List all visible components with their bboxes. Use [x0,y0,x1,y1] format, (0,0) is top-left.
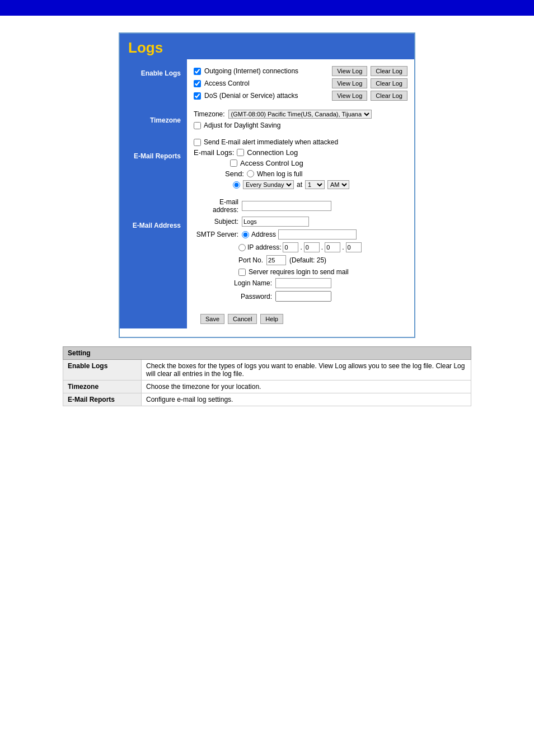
log-row-access: Access Control View Log Clear Log [194,78,407,88]
port-label: Port No. [238,256,263,264]
port-input[interactable] [266,255,286,265]
send-alert-checkbox[interactable] [194,139,201,146]
clear-log-btn-1[interactable]: Clear Log [371,78,407,88]
send-alert-label: Send E-mail alert immediately when attac… [204,138,338,146]
sidebar: Enable Logs Timezone E-Mail Reports E-Ma… [120,59,187,328]
email-addr-label: E-mail address: [194,198,238,214]
password-row: Password: [194,291,407,302]
cancel-button[interactable]: Cancel [228,314,257,324]
address-radio[interactable] [242,231,249,238]
panel-title: Logs [120,34,414,59]
subject-label: Subject: [194,218,238,226]
ip-addr-row: IP address: . . . [194,242,407,252]
login-name-input[interactable] [275,278,331,288]
email-reports-section: Send E-mail alert immediately when attac… [194,136,407,189]
save-button[interactable]: Save [200,314,224,324]
send-every-sunday-row: Every Sunday at 1 123456789101112 AM PM [194,180,407,189]
at-label: at [297,181,302,189]
ref-desc-0: Check the boxes for the types of logs yo… [142,360,471,381]
subject-row: Subject: [194,217,407,227]
timezone-select[interactable]: (GMT-08:00) Pacific Time(US, Canada), Ti… [228,110,372,119]
main-panel: Logs Enable Logs Timezone E-Mail Reports… [119,32,415,338]
email-logs-label: E-mail Logs: [194,148,234,157]
ref-row-0: Enable Logs Check the boxes for the type… [63,360,471,381]
subject-input[interactable] [242,217,309,227]
daylight-checkbox[interactable] [194,122,201,129]
ref-label-0: Enable Logs [63,360,142,381]
ip-input-3[interactable] [325,242,340,252]
connection-log-label: Connection Log [247,148,298,157]
dos-checkbox[interactable] [194,92,201,100]
timezone-section: Timezone: (GMT-08:00) Pacific Time(US, C… [194,107,407,129]
sidebar-email-address: E-Mail Address [123,217,184,234]
ip-input-1[interactable] [283,242,298,252]
password-label: Password: [227,293,272,300]
server-login-row: Server requires login to send mail [194,268,407,276]
enable-logs-section: Outgoing (Internet) connections View Log… [194,64,407,101]
port-row: Port No. (Default: 25) [194,255,407,265]
sidebar-email-reports: E-Mail Reports [123,148,184,165]
server-login-label: Server requires login to send mail [249,268,349,276]
sidebar-timezone: Timezone [123,112,184,129]
log-row-dos: DoS (Denial or Service) attacks View Log… [194,91,407,101]
view-log-btn-1[interactable]: View Log [332,78,367,88]
ip-input-4[interactable] [346,242,362,252]
access-control-log-row: Access Control Log [194,159,407,167]
panel-body: Enable Logs Timezone E-Mail Reports E-Ma… [120,59,414,328]
bottom-buttons: Save Cancel Help [194,308,407,324]
ip-radio-label: IP address: [247,243,281,251]
email-logs-row: E-mail Logs: Connection Log [194,148,407,157]
smtp-label: SMTP Server: [194,231,238,238]
login-name-label: Login Name: [227,279,272,287]
connection-log-checkbox[interactable] [237,149,244,156]
schedule-select[interactable]: Every Sunday [243,180,294,189]
content-area: Outgoing (Internet) connections View Log… [187,59,414,328]
ref-desc-1: Choose the timezone for your location. [142,381,471,393]
send-label: Send: [225,170,244,178]
login-name-row: Login Name: [194,278,407,288]
view-log-btn-2[interactable]: View Log [332,91,367,101]
email-addr-input[interactable] [242,201,331,211]
ref-table-header: Setting [63,347,471,360]
when-full-radio[interactable] [247,170,254,177]
ampm-select[interactable]: AM PM [327,180,349,189]
clear-log-btn-2[interactable]: Clear Log [371,91,407,101]
port-default: (Default: 25) [289,256,326,264]
outgoing-checkbox[interactable] [194,68,201,75]
send-when-full-row: Send: When log is full [194,170,407,178]
timezone-label: Timezone: [194,110,225,118]
email-addr-row: E-mail address: [194,198,407,214]
hour-select[interactable]: 1 123456789101112 [305,180,325,189]
ref-row-1: Timezone Choose the timezone for your lo… [63,381,471,393]
address-input[interactable] [278,229,357,240]
ref-label-2: E-Mail Reports [63,393,142,406]
daylight-label: Adjust for Daylight Saving [204,121,280,129]
send-alert-row: Send E-mail alert immediately when attac… [194,138,407,146]
daylight-row: Adjust for Daylight Saving [194,121,407,129]
log-row-outgoing: Outgoing (Internet) connections View Log… [194,66,407,76]
access-control-log-checkbox[interactable] [230,159,237,167]
ip-input-2[interactable] [304,242,320,252]
dos-label: DoS (Denial or Service) attacks [204,92,329,100]
password-input[interactable] [275,291,331,302]
timezone-row: Timezone: (GMT-08:00) Pacific Time(US, C… [194,110,407,119]
when-full-label: When log is full [257,170,302,178]
address-radio-label: Address [251,231,276,238]
server-login-checkbox[interactable] [238,269,246,276]
ref-label-1: Timezone [63,381,142,393]
ref-desc-2: Configure e-mail log settings. [142,393,471,406]
view-log-btn-0[interactable]: View Log [332,66,367,76]
help-button[interactable]: Help [260,314,283,324]
ip-radio[interactable] [238,244,246,251]
email-address-section: E-mail address: Subject: SMTP Server: Ad… [194,196,407,302]
ref-table: Setting Enable Logs Check the boxes for … [63,346,471,406]
clear-log-btn-0[interactable]: Clear Log [371,66,407,76]
outgoing-label: Outgoing (Internet) connections [204,67,329,75]
smtp-row: SMTP Server: Address [194,229,407,240]
access-control-log-label: Access Control Log [240,159,303,167]
access-control-checkbox[interactable] [194,80,201,87]
every-sunday-radio[interactable] [233,181,240,189]
top-bar [0,0,534,16]
page-wrapper: Logs Enable Logs Timezone E-Mail Reports… [0,16,534,426]
sidebar-enable-logs: Enable Logs [123,65,184,82]
